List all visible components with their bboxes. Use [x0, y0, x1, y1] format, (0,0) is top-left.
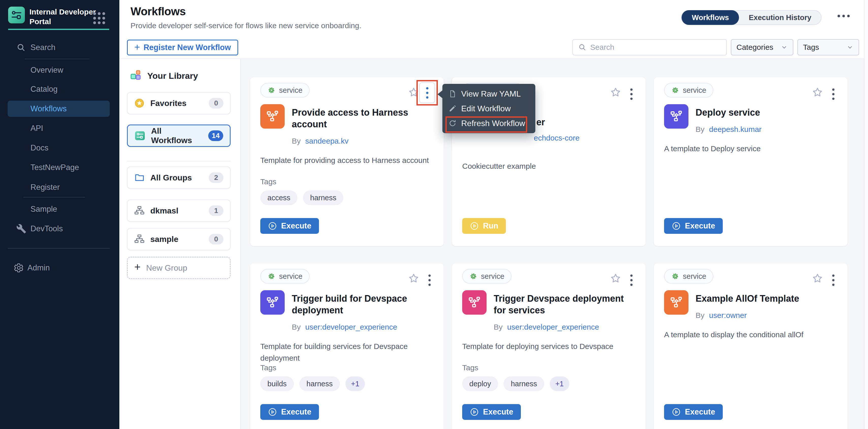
play-icon	[672, 407, 681, 417]
favorite-star-icon[interactable]	[610, 86, 622, 99]
all-workflows-icon	[134, 130, 146, 141]
execute-button[interactable]: Execute	[462, 404, 521, 420]
sidebar-item-overview[interactable]: Overview	[0, 62, 119, 78]
brand-title: Internal Developer Portal	[29, 7, 96, 26]
tag-more-chip[interactable]: +1	[550, 376, 569, 391]
kebab-menu-button[interactable]	[419, 82, 435, 103]
author-link[interactable]: deepesh.kumar	[709, 125, 762, 134]
workflow-icon	[664, 290, 688, 315]
workflow-description: Cookiecutter example	[462, 162, 536, 171]
kebab-menu-button[interactable]	[828, 273, 838, 287]
category-chip: service	[664, 269, 713, 284]
execute-button[interactable]: Execute	[260, 218, 319, 234]
chevron-down-icon	[846, 44, 854, 51]
author-link[interactable]: sandeepa.kv	[305, 137, 348, 145]
tags-label: Tags	[462, 364, 478, 372]
category-chip: service	[664, 83, 713, 97]
sidebar-divider	[25, 59, 89, 59]
execute-button[interactable]: Execute	[260, 404, 319, 420]
count-badge: 14	[208, 131, 223, 141]
workflow-search	[572, 39, 727, 55]
kebab-menu-button[interactable]	[828, 87, 838, 101]
new-group-button[interactable]: + New Group	[127, 257, 230, 279]
folder-icon	[134, 172, 145, 183]
author-link[interactable]: user:developer_experience	[305, 323, 397, 332]
execute-button[interactable]: Execute	[664, 404, 723, 420]
tag-chip: builds	[260, 376, 294, 391]
app-logo-icon	[8, 7, 25, 23]
execute-button[interactable]: Execute	[664, 218, 723, 234]
play-icon	[268, 407, 277, 417]
plus-icon: +	[134, 42, 140, 52]
brand: Internal Developer Portal	[8, 7, 96, 26]
workflow-icon	[260, 290, 285, 315]
workflow-description: Template for building services for Devsp…	[260, 341, 434, 364]
library-item-dkmasl[interactable]: dkmasl 1	[127, 200, 230, 222]
plus-icon: +	[134, 262, 141, 273]
kebab-menu-button[interactable]	[626, 87, 637, 101]
library-item-sample[interactable]: sample 0	[127, 228, 230, 250]
refresh-icon	[448, 119, 457, 127]
search-input[interactable]	[590, 43, 721, 52]
sidebar-divider	[23, 197, 85, 198]
count-badge: 0	[209, 234, 223, 245]
register-new-workflow-button[interactable]: + Register New Workflow	[127, 40, 238, 55]
menu-pointer	[438, 90, 443, 98]
service-gear-icon	[671, 86, 679, 94]
menu-item-edit-workflow[interactable]: Edit Workflow	[442, 101, 535, 116]
tags-label: Tags	[260, 364, 276, 372]
categories-dropdown[interactable]: Categories	[731, 39, 793, 55]
library-item-all-workflows[interactable]: All Workflows 14	[127, 124, 230, 147]
document-icon	[448, 90, 457, 98]
annotation-highlight-kebab	[416, 80, 438, 106]
sidebar-item-register[interactable]: Register	[0, 179, 119, 195]
workflow-title: Deploy service	[695, 107, 837, 118]
favorite-star-icon[interactable]	[408, 273, 420, 286]
favorite-star-icon[interactable]	[811, 273, 824, 286]
category-chip: service	[462, 269, 512, 284]
menu-item-view-raw-yaml[interactable]: View Raw YAML	[442, 86, 535, 101]
sidebar-item-sample[interactable]: Sample	[0, 201, 119, 217]
workflow-title: Example AllOf Template	[695, 293, 837, 305]
group-hierarchy-icon	[134, 205, 145, 216]
sidebar-item-catalog[interactable]: Catalog	[0, 81, 119, 97]
kebab-menu-button[interactable]	[626, 273, 637, 287]
app-grid-icon[interactable]	[93, 12, 105, 24]
main-area: Workflows Provide developer self-service…	[119, 0, 868, 429]
workflow-description: A template to Deploy service	[664, 143, 838, 154]
sidebar-item-testnewpage[interactable]: TestNewPage	[0, 159, 119, 176]
favorite-star-icon[interactable]	[610, 273, 622, 286]
author-link[interactable]: user:owner	[709, 311, 747, 320]
favorite-star-icon[interactable]	[811, 86, 824, 99]
library-item-favorites[interactable]: Favorites 0	[127, 92, 230, 114]
sidebar-item-docs[interactable]: Docs	[0, 140, 119, 156]
tags-dropdown[interactable]: Tags	[797, 39, 859, 55]
author-link-fragment[interactable]: echdocs-core	[534, 134, 580, 142]
library-cubes-icon	[130, 69, 142, 82]
tab-execution-history[interactable]: Execution History	[739, 13, 821, 22]
workflow-icon	[462, 290, 487, 315]
workflow-card-provide-access: service Provide access to Harness accoun…	[250, 77, 444, 246]
tab-workflows[interactable]: Workflows	[682, 10, 739, 25]
author-link[interactable]: user:developer_experience	[507, 323, 599, 332]
sidebar-item-devtools[interactable]: DevTools	[0, 221, 119, 237]
tag-more-chip[interactable]: +1	[345, 376, 365, 391]
workflow-context-menu: View Raw YAML Edit Workflow Refresh Work…	[442, 84, 535, 133]
sidebar-item-admin[interactable]: Admin	[0, 260, 119, 276]
sidebar-item-search[interactable]: Search	[0, 39, 119, 56]
favorites-star-coin-icon	[134, 98, 145, 109]
sidebar-item-api[interactable]: API	[0, 120, 119, 137]
kebab-menu-button[interactable]	[424, 273, 435, 287]
library-item-all-groups[interactable]: All Groups 2	[127, 167, 230, 189]
menu-item-refresh-workflow[interactable]: Refresh Workflow	[442, 116, 535, 131]
workflow-title: Trigger Devspace deployment for services	[494, 293, 636, 316]
play-icon	[268, 221, 277, 230]
sidebar-item-workflows[interactable]: Workflows	[0, 101, 119, 117]
more-options-icon[interactable]	[838, 15, 850, 17]
search-icon	[16, 43, 26, 52]
tag-chip: harness	[300, 376, 340, 391]
workflow-card-allof-template: service Example AllOf Template Byuser:ow…	[654, 263, 847, 429]
run-button[interactable]: Run	[462, 218, 506, 234]
group-hierarchy-icon	[134, 234, 145, 245]
scrollbar[interactable]	[864, 0, 868, 429]
